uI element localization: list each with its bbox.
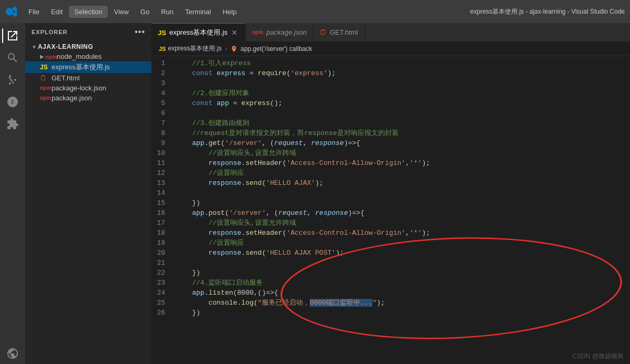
tab-express-js-close[interactable]: ✕ <box>230 28 239 37</box>
titlebar: File Edit Selection View Go Run Terminal… <box>0 0 630 23</box>
tree-node-modules[interactable]: ▶ npm node_modules <box>25 51 151 61</box>
sidebar-title: EXPLORER <box>32 29 68 35</box>
breadcrumb: JS express基本使用.js › app.get('/server') c… <box>151 41 630 56</box>
code-line-14: 14 <box>151 188 630 198</box>
code-line-15: 15 }) <box>151 198 630 208</box>
file-tree: ▼ AJAX-LEARNING ▶ npm node_modules JS ex… <box>25 41 151 364</box>
code-line-10: 10 //设置响应头,设置允许跨域 <box>151 148 630 158</box>
tree-label-get-html: GET.html <box>52 74 79 82</box>
activity-extensions[interactable] <box>2 113 23 134</box>
tab-get-html[interactable]: 🗒 GET.html <box>313 23 364 41</box>
window-title: express基本使用.js - ajax-learning - Visual … <box>470 7 625 16</box>
tab-express-js-label: express基本使用.js <box>169 28 228 37</box>
code-line-2: 2 const express = require('express'); <box>151 68 630 78</box>
tab-html-icon: 🗒 <box>320 28 327 36</box>
menu-terminal[interactable]: Terminal <box>180 6 216 18</box>
js-file-icon: JS <box>40 64 49 71</box>
code-line-13: 13 response.send('HELLO AJAX'); <box>151 178 630 188</box>
code-line-25: 25 console.log("服务已经启动，8000端口监听中..."); <box>151 298 630 308</box>
tree-get-html[interactable]: 🗒 GET.html <box>25 73 151 83</box>
tab-js-icon: JS <box>158 29 166 37</box>
npm-file-icon: npm <box>40 85 49 91</box>
code-line-19: 19 //设置响应 <box>151 238 630 248</box>
code-line-20: 20 response.send('HELLO AJAX POST'); <box>151 248 630 258</box>
code-line-16: 16 app.post('/server', (request, respons… <box>151 208 630 218</box>
menu-edit[interactable]: Edit <box>46 6 68 18</box>
breadcrumb-function[interactable]: app.get('/server') callback <box>241 45 312 53</box>
tab-express-js[interactable]: JS express基本使用.js ✕ <box>151 23 246 41</box>
menu-file[interactable]: File <box>23 6 45 18</box>
breadcrumb-js-icon: JS <box>159 46 166 52</box>
menu-bar: File Edit Selection View Go Run Terminal… <box>23 6 470 18</box>
code-line-7: 7 //3.创建路由规则 <box>151 118 630 128</box>
code-line-9: 9 app.get('/server', (request, response)… <box>151 138 630 148</box>
menu-help[interactable]: Help <box>217 6 242 18</box>
npm-folder-icon: npm <box>45 54 55 60</box>
code-line-8: 8 //request是对请求报文的封装，而response是对响应报文的封装 <box>151 128 630 138</box>
tab-npm-icon: npm <box>252 29 263 35</box>
code-line-12: 12 //设置响应 <box>151 168 630 178</box>
menu-view[interactable]: View <box>109 6 134 18</box>
menu-go[interactable]: Go <box>135 6 155 18</box>
code-line-17: 17 //设置响应头,设置允许跨域 <box>151 218 630 228</box>
tree-label-node-modules: node_modules <box>57 53 101 60</box>
code-editor[interactable]: 1 //1.引入express 2 const express = requir… <box>151 56 630 364</box>
tab-get-html-label: GET.html <box>330 28 358 36</box>
sidebar-more-button[interactable]: ••• <box>135 27 145 37</box>
editor-area: JS express基本使用.js ✕ npm package.json 🗒 G… <box>151 23 630 364</box>
tree-label-express-js: express基本使用.js <box>52 63 110 72</box>
activity-search[interactable] <box>2 47 23 68</box>
code-line-11: 11 response.setHeader('Access-Control-Al… <box>151 158 630 168</box>
tree-label-package-lock: package-lock.json <box>52 84 106 92</box>
activity-source-control[interactable] <box>2 69 23 90</box>
tree-package-lock[interactable]: npm package-lock.json <box>25 83 151 93</box>
activity-run-debug[interactable] <box>2 91 23 112</box>
activity-explorer[interactable] <box>2 25 23 46</box>
menu-selection[interactable]: Selection <box>69 6 107 18</box>
breadcrumb-filename[interactable]: express基本使用.js <box>168 44 221 53</box>
sidebar: EXPLORER ••• ▼ AJAX-LEARNING ▶ npm node_… <box>25 23 151 364</box>
html-file-icon: 🗒 <box>40 74 49 82</box>
code-line-1: 1 //1.引入express <box>151 58 630 68</box>
code-line-22: 22 }) <box>151 268 630 278</box>
code-line-4: 4 //2.创建应用对象 <box>151 88 630 98</box>
code-line-21: 21 <box>151 258 630 268</box>
vscode-logo-icon <box>5 5 18 18</box>
code-line-6: 6 <box>151 108 630 118</box>
sidebar-header: EXPLORER ••• <box>25 23 151 41</box>
code-line-3: 3 <box>151 78 630 88</box>
main-layout: EXPLORER ••• ▼ AJAX-LEARNING ▶ npm node_… <box>0 23 630 364</box>
code-line-24: 24 app.listen(8000,()=>{ <box>151 288 630 298</box>
code-line-26: 26 }) <box>151 308 630 318</box>
tab-package-json[interactable]: npm package.json <box>246 23 313 41</box>
tree-label-package-json: package.json <box>52 94 92 102</box>
menu-run[interactable]: Run <box>156 6 179 18</box>
project-name: AJAX-LEARNING <box>38 43 93 50</box>
code-line-18: 18 response.setHeader('Access-Control-Al… <box>151 228 630 238</box>
npm-file2-icon: npm <box>40 95 49 101</box>
tree-express-js[interactable]: JS express基本使用.js <box>25 61 151 73</box>
activity-bar <box>0 23 25 364</box>
code-line-5: 5 const app = express(); <box>151 98 630 108</box>
watermark: CSDN @微扬嘴角 <box>572 352 624 361</box>
code-line-23: 23 //4.监听端口启动服务 <box>151 278 630 288</box>
tabs-bar: JS express基本使用.js ✕ npm package.json 🗒 G… <box>151 23 630 41</box>
tree-project-root[interactable]: ▼ AJAX-LEARNING <box>25 42 151 51</box>
tab-package-json-label: package.json <box>267 28 307 36</box>
tree-package-json[interactable]: npm package.json <box>25 93 151 103</box>
activity-remote[interactable] <box>2 343 23 364</box>
